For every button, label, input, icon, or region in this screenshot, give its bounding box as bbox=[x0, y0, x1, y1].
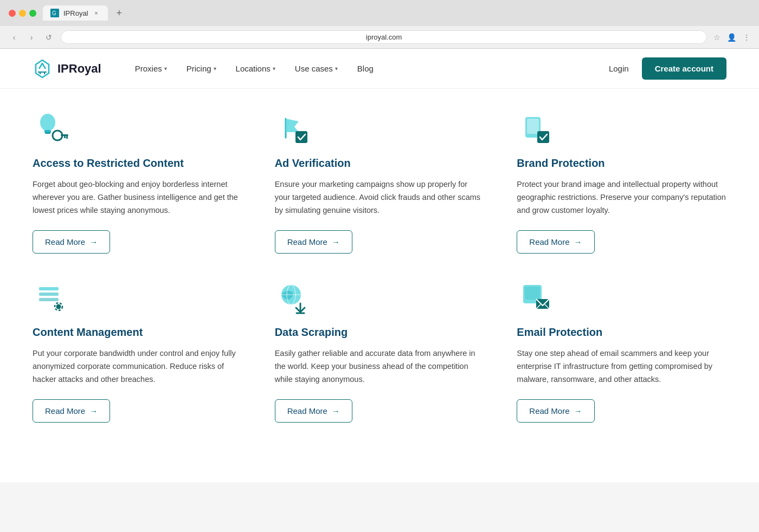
refresh-button[interactable]: ↺ bbox=[43, 32, 54, 43]
card-title-access-restricted: Access to Restricted Content bbox=[33, 157, 242, 170]
nav-item-proxies[interactable]: Proxies ▾ bbox=[127, 60, 175, 77]
locations-label: Locations bbox=[236, 64, 271, 73]
svg-point-17 bbox=[56, 304, 61, 309]
browser-addressbar: ‹ › ↺ iproyal.com ☆ 👤 ⋮ bbox=[0, 26, 759, 48]
usecases-label: Use cases bbox=[295, 64, 333, 73]
svg-rect-13 bbox=[537, 131, 549, 143]
pricing-chevron: ▾ bbox=[214, 66, 216, 72]
card-desc-brand-protection: Protect your brand image and intellectua… bbox=[517, 178, 726, 217]
arrow-icon: → bbox=[574, 237, 582, 246]
svg-rect-9 bbox=[64, 136, 66, 138]
tab-close-button[interactable]: × bbox=[93, 9, 100, 17]
gear-list-icon bbox=[33, 280, 70, 317]
svg-point-3 bbox=[40, 114, 55, 131]
download-globe-icon bbox=[275, 280, 313, 317]
card-access-restricted: Access to Restricted Content Forget abou… bbox=[33, 111, 242, 254]
window-controls bbox=[9, 10, 36, 17]
browser-chrome: G IPRoyal × + ‹ › ↺ iproyal.com ☆ 👤 ⋮ bbox=[0, 0, 759, 49]
read-more-data-scraping[interactable]: Read More → bbox=[275, 399, 352, 423]
card-brand-protection: Brand Protection Protect your brand imag… bbox=[517, 111, 726, 254]
card-title-email-protection: Email Protection bbox=[517, 326, 726, 339]
logo[interactable]: IPRoyal bbox=[33, 59, 101, 79]
card-data-scraping: Data Scraping Easily gather reliable and… bbox=[275, 280, 485, 423]
menu-icon[interactable]: ⋮ bbox=[743, 33, 750, 42]
arrow-icon: → bbox=[332, 237, 340, 246]
arrow-icon: → bbox=[574, 406, 582, 416]
navbar: IPRoyal Proxies ▾ Pricing ▾ Locations ▾ … bbox=[0, 49, 759, 89]
pricing-label: Pricing bbox=[186, 64, 211, 73]
card-title-data-scraping: Data Scraping bbox=[275, 326, 485, 339]
logo-text: IPRoyal bbox=[57, 62, 101, 76]
proxies-chevron: ▾ bbox=[164, 66, 167, 72]
svg-rect-8 bbox=[66, 136, 68, 139]
browser-tab[interactable]: G IPRoyal × bbox=[43, 5, 108, 21]
svg-rect-5 bbox=[45, 132, 50, 134]
read-more-access-restricted[interactable]: Read More → bbox=[33, 230, 110, 254]
blog-label: Blog bbox=[357, 64, 374, 73]
tab-title: IPRoyal bbox=[63, 9, 88, 17]
proxies-label: Proxies bbox=[135, 64, 162, 73]
read-more-ad-verification[interactable]: Read More → bbox=[275, 230, 352, 254]
main-content: Access to Restricted Content Forget abou… bbox=[0, 89, 759, 455]
create-account-button[interactable]: Create account bbox=[642, 57, 726, 80]
arrow-icon: → bbox=[332, 406, 340, 416]
back-button[interactable]: ‹ bbox=[9, 32, 20, 43]
new-tab-button[interactable]: + bbox=[117, 8, 123, 19]
browser-actions: ☆ 👤 ⋮ bbox=[713, 33, 750, 42]
card-ad-verification: Ad Verification Ensure your marketing ca… bbox=[275, 111, 485, 254]
envelope-shield-icon bbox=[517, 280, 555, 317]
shield-check-icon bbox=[517, 111, 555, 148]
card-title-ad-verification: Ad Verification bbox=[275, 157, 485, 170]
svg-rect-7 bbox=[61, 134, 68, 136]
read-more-content-management[interactable]: Read More → bbox=[33, 399, 110, 423]
nav-item-blog[interactable]: Blog bbox=[350, 60, 381, 77]
login-button[interactable]: Login bbox=[609, 64, 629, 73]
bookmark-icon[interactable]: ☆ bbox=[713, 33, 721, 42]
nav-item-pricing[interactable]: Pricing ▾ bbox=[179, 60, 224, 77]
svg-rect-12 bbox=[527, 119, 539, 134]
forward-button[interactable]: › bbox=[26, 32, 37, 43]
card-content-management: Content Management Put your corporate ba… bbox=[33, 280, 242, 423]
check-flag-icon bbox=[275, 111, 313, 148]
card-desc-access-restricted: Forget about geo-blocking and enjoy bord… bbox=[33, 178, 242, 217]
card-desc-ad-verification: Ensure your marketing campaigns show up … bbox=[275, 178, 485, 217]
tab-favicon: G bbox=[50, 9, 59, 17]
card-desc-content-management: Put your corporate bandwidth under contr… bbox=[33, 347, 242, 386]
svg-rect-10 bbox=[295, 131, 307, 143]
svg-rect-16 bbox=[39, 298, 59, 301]
svg-rect-15 bbox=[39, 293, 59, 296]
nav-item-usecases[interactable]: Use cases ▾ bbox=[287, 60, 345, 77]
cards-grid: Access to Restricted Content Forget abou… bbox=[33, 111, 726, 423]
card-desc-data-scraping: Easily gather reliable and accurate data… bbox=[275, 347, 485, 386]
svg-rect-14 bbox=[39, 287, 59, 290]
read-more-email-protection[interactable]: Read More → bbox=[517, 399, 594, 423]
usecases-chevron: ▾ bbox=[335, 66, 338, 72]
nav-right: Login Create account bbox=[609, 57, 726, 80]
arrow-icon: → bbox=[89, 237, 98, 246]
card-title-brand-protection: Brand Protection bbox=[517, 157, 726, 170]
arrow-icon: → bbox=[89, 406, 98, 416]
svg-rect-25 bbox=[525, 287, 540, 300]
key-icon bbox=[33, 111, 70, 148]
logo-icon bbox=[33, 59, 52, 79]
nav-links: Proxies ▾ Pricing ▾ Locations ▾ Use case… bbox=[127, 60, 609, 77]
close-window-dot[interactable] bbox=[9, 10, 16, 17]
read-more-brand-protection[interactable]: Read More → bbox=[517, 230, 594, 254]
card-email-protection: Email Protection Stay one step ahead of … bbox=[517, 280, 726, 423]
address-bar[interactable]: iproyal.com bbox=[61, 30, 707, 44]
minimize-window-dot[interactable] bbox=[19, 10, 26, 17]
browser-titlebar: G IPRoyal × + bbox=[0, 0, 759, 26]
page-wrapper: IPRoyal Proxies ▾ Pricing ▾ Locations ▾ … bbox=[0, 49, 759, 482]
card-desc-email-protection: Stay one step ahead of email scammers an… bbox=[517, 347, 726, 386]
locations-chevron: ▾ bbox=[273, 66, 275, 72]
profile-icon[interactable]: 👤 bbox=[727, 33, 736, 42]
svg-text:G: G bbox=[52, 10, 56, 16]
maximize-window-dot[interactable] bbox=[29, 10, 36, 17]
nav-item-locations[interactable]: Locations ▾ bbox=[228, 60, 283, 77]
card-title-content-management: Content Management bbox=[33, 326, 242, 339]
